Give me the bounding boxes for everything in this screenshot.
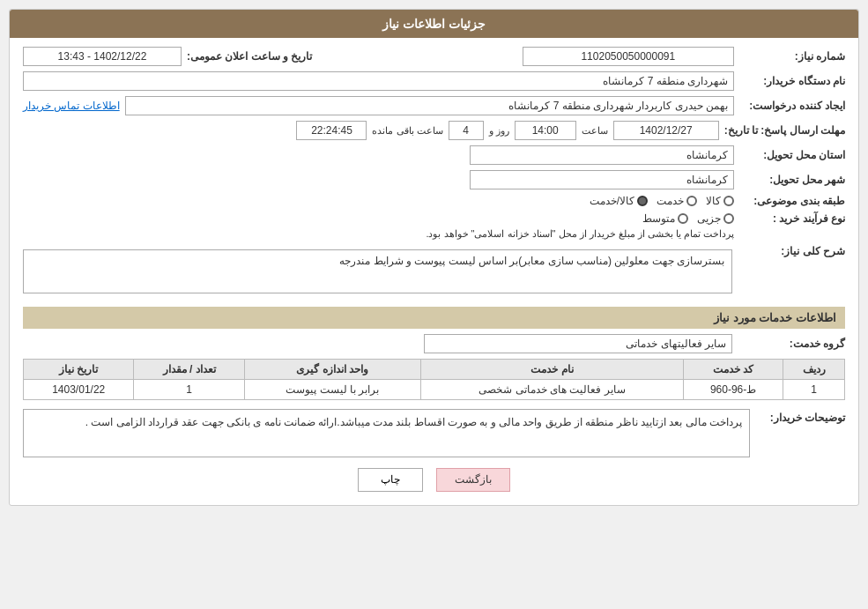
services-section-title: اطلاعات خدمات مورد نیاز	[23, 307, 845, 329]
category-option-kala-khedmat[interactable]: کالا/خدمت	[590, 195, 648, 207]
col-date: تاریخ نیاز	[24, 360, 134, 380]
deadline-days-value: 4	[449, 121, 484, 140]
category-kala-label: کالا	[706, 195, 721, 207]
action-buttons-container: بازگشت چاپ	[23, 468, 845, 492]
buyer-notes-label: توضیحات خریدار:	[757, 409, 845, 424]
category-kala-khedmat-label: کالا/خدمت	[590, 195, 634, 207]
province-value: کرمانشاه	[470, 145, 734, 165]
radio-khedmat-icon	[686, 196, 697, 206]
radio-motavasset-icon	[678, 213, 688, 224]
services-table: ردیف کد خدمت نام خدمت واحد اندازه گیری ت…	[23, 359, 845, 400]
deadline-time-value: 14:00	[515, 121, 576, 140]
creator-value: بهمن حیدری کاربردار شهرداری منطقه 7 کرما…	[125, 96, 734, 115]
group-service-label: گروه خدمت:	[739, 338, 845, 350]
col-service-code: کد خدمت	[684, 360, 783, 380]
deadline-label: مهلت ارسال پاسخ: تا تاریخ:	[724, 124, 845, 137]
cell-row-num: 1	[783, 380, 845, 400]
category-khedmat-label: خدمت	[657, 195, 684, 207]
deadline-days-label: روز و	[489, 125, 509, 137]
radio-kala-khedmat-icon	[637, 196, 648, 206]
cell-quantity: 1	[134, 380, 244, 400]
province-label: استان محل تحویل:	[739, 149, 845, 161]
group-service-value: سایر فعالیتهای خدماتی	[424, 334, 732, 353]
col-row-num: ردیف	[783, 360, 845, 380]
category-option-khedmat[interactable]: خدمت	[657, 195, 697, 207]
buyer-org-value: شهرداری منطقه 7 کرمانشاه	[23, 71, 734, 91]
deadline-remaining-value: 22:24:45	[296, 121, 367, 140]
page-title: جزئیات اطلاعات نیاز	[10, 10, 858, 38]
purchase-type-motavasset[interactable]: متوسط	[642, 212, 688, 225]
col-service-name: نام خدمت	[420, 360, 683, 380]
city-value: کرمانشاه	[470, 170, 734, 189]
col-unit: واحد اندازه گیری	[244, 360, 420, 380]
category-radio-group: کالا خدمت کالا/خدمت	[590, 195, 734, 207]
cell-service-code: ط-96-960	[684, 380, 783, 400]
cell-date: 1403/01/22	[24, 380, 134, 400]
back-button[interactable]: بازگشت	[436, 468, 510, 492]
radio-kala-icon	[723, 196, 734, 206]
buyer-org-label: نام دستگاه خریدار:	[739, 75, 845, 87]
radio-jozee-icon	[723, 213, 734, 224]
print-button[interactable]: چاپ	[358, 468, 423, 492]
general-desc-label: شرح کلی نیاز:	[739, 245, 845, 257]
need-number-label: شماره نیاز:	[739, 50, 845, 63]
deadline-date: 1402/12/27	[613, 121, 719, 140]
announce-value: 1402/12/22 - 13:43	[23, 47, 182, 66]
purchase-motavasset-label: متوسط	[642, 212, 675, 225]
cell-service-name: سایر فعالیت های خدماتی شخصی	[420, 380, 683, 400]
buyer-notes-value: پرداخت مالی بعد ازتایید ناظر منطقه از طر…	[23, 409, 750, 457]
purchase-type-label: نوع فرآیند خرید :	[739, 212, 845, 225]
purchase-type-note: پرداخت تمام یا بخشی از مبلغ خریدار از مح…	[23, 228, 734, 240]
table-row: 1 ط-96-960 سایر فعالیت های خدماتی شخصی ب…	[24, 380, 845, 400]
creator-contact-link[interactable]: اطلاعات تماس خریدار	[23, 100, 120, 112]
general-desc-value: بسترسازی جهت معلولین (مناسب سازی معابر)ب…	[23, 249, 732, 293]
cell-unit: برابر با لیست پیوست	[244, 380, 420, 400]
col-quantity: تعداد / مقدار	[134, 360, 244, 380]
announce-label: تاریخ و ساعت اعلان عمومی:	[187, 50, 312, 63]
need-number-value: 1102050050000091	[523, 47, 734, 66]
city-label: شهر محل تحویل:	[739, 174, 845, 186]
deadline-time-label: ساعت	[582, 125, 608, 137]
category-option-kala[interactable]: کالا	[706, 195, 734, 207]
category-label: طبقه بندی موضوعی:	[739, 195, 845, 207]
creator-label: ایجاد کننده درخواست:	[739, 100, 845, 112]
purchase-jozee-label: جزیی	[697, 212, 721, 225]
purchase-type-jozee[interactable]: جزیی	[697, 212, 734, 225]
deadline-remaining-label: ساعت باقی مانده	[372, 125, 442, 137]
